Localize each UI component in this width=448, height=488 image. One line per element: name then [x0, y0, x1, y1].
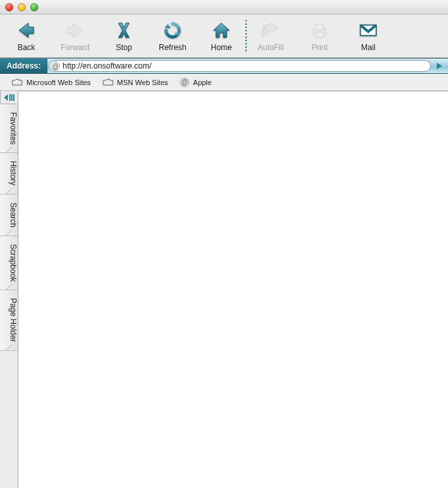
side-tab-label: Search [9, 202, 18, 228]
refresh-icon [162, 20, 183, 41]
stop-icon [113, 20, 134, 41]
go-button[interactable] [434, 60, 445, 72]
address-bar: Address: @ [0, 58, 448, 74]
svg-rect-2 [316, 32, 323, 37]
stop-label: Stop [116, 43, 132, 52]
home-icon [211, 20, 232, 41]
favorites-bar-item-label: MSN Web Sites [117, 78, 168, 86]
window-close-button[interactable] [5, 3, 13, 11]
side-tab-favorites[interactable]: Favorites [0, 104, 18, 153]
side-tab-page-holder[interactable]: Page Holder [0, 290, 18, 351]
favorites-bar-item[interactable]: @ Apple [180, 78, 211, 87]
address-label: Address: [0, 59, 47, 73]
print-icon [309, 20, 330, 41]
folder-icon [12, 78, 22, 86]
sidebar-toggle[interactable] [0, 91, 18, 104]
autofill-label: AutoFill [258, 43, 284, 52]
stop-button[interactable]: Stop [109, 20, 138, 52]
address-field[interactable]: @ [49, 60, 431, 72]
print-label: Print [312, 43, 328, 52]
svg-rect-6 [13, 94, 14, 101]
print-button[interactable]: Print [305, 20, 334, 52]
page-content [18, 91, 448, 488]
url-input[interactable] [63, 61, 426, 71]
body-area: Favorites History Search Scrapbook Page … [0, 91, 448, 488]
side-column: Favorites History Search Scrapbook Page … [0, 91, 18, 488]
autofill-icon [260, 20, 281, 41]
at-sign-icon: @ [51, 61, 60, 71]
back-arrow-icon [16, 20, 37, 41]
favorites-bar-item[interactable]: MSN Web Sites [103, 78, 168, 86]
toolbar-separator [245, 19, 247, 53]
side-tab-label: Favorites [9, 112, 18, 144]
folder-icon [103, 78, 113, 86]
side-tab-scrapbook[interactable]: Scrapbook [0, 236, 18, 290]
address-field-container: @ [47, 59, 448, 73]
at-sign-icon: @ [180, 78, 189, 87]
svg-rect-1 [316, 24, 323, 30]
mail-label: Mail [361, 43, 376, 52]
refresh-label: Refresh [159, 43, 186, 52]
forward-arrow-icon [65, 20, 86, 41]
home-label: Home [211, 43, 232, 52]
side-tab-search[interactable]: Search [0, 195, 18, 236]
favorites-bar-item-label: Microsoft Web Sites [26, 78, 91, 86]
favorites-bar-item-label: Apple [193, 78, 211, 86]
back-label: Back [18, 43, 36, 52]
svg-rect-5 [11, 94, 13, 101]
window-zoom-button[interactable] [30, 3, 38, 11]
side-tab-label: Page Holder [9, 298, 18, 342]
refresh-button[interactable]: Refresh [158, 20, 187, 52]
back-button[interactable]: Back [12, 20, 41, 52]
svg-rect-4 [9, 94, 11, 101]
window-minimize-button[interactable] [18, 3, 26, 11]
favorites-bar: Microsoft Web Sites MSN Web Sites @ Appl… [0, 74, 448, 91]
mail-icon [358, 20, 379, 41]
forward-label: Forward [61, 43, 90, 52]
home-button[interactable]: Home [207, 20, 236, 52]
side-tabs-rail: Favorites History Search Scrapbook Page … [0, 104, 18, 488]
main-toolbar: Back Forward Stop Refresh Home [0, 15, 448, 58]
favorites-bar-item[interactable]: Microsoft Web Sites [12, 78, 91, 86]
forward-button[interactable]: Forward [61, 20, 90, 52]
side-tab-history[interactable]: History [0, 153, 18, 194]
side-tab-label: Scrapbook [9, 244, 18, 282]
side-tab-label: History [9, 161, 18, 185]
autofill-button[interactable]: AutoFill [256, 20, 285, 52]
window-titlebar [0, 0, 448, 15]
mail-button[interactable]: Mail [354, 20, 383, 52]
